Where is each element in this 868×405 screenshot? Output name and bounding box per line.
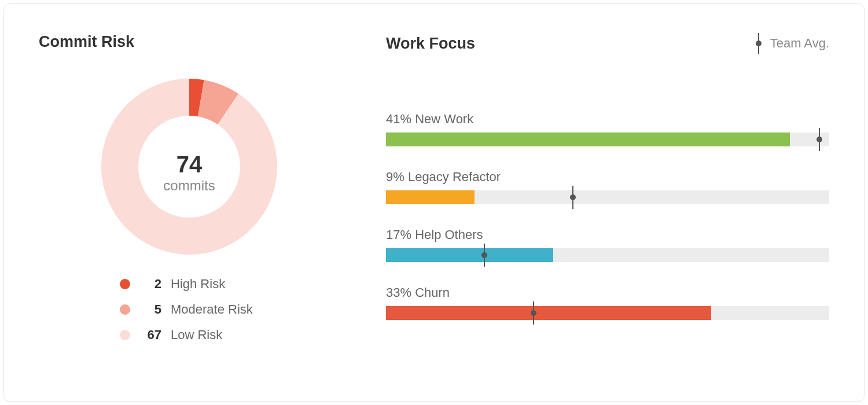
legend-count: 5 — [142, 302, 161, 317]
commit-risk-panel: Commit Risk 74 commits 2High Risk5Modera… — [39, 33, 340, 378]
bar-fill — [386, 248, 553, 262]
legend-count: 2 — [142, 277, 161, 292]
bar-track — [386, 190, 829, 204]
commit-risk-legend: 2High Risk5Moderate Risk67Low Risk — [120, 277, 340, 343]
legend-count: 67 — [142, 327, 161, 343]
work-focus-panel: Work Focus Team Avg. 41% New Work9% Lega… — [386, 33, 829, 378]
legend-dot-icon — [120, 279, 130, 289]
bar-label: 9% Legacy Refactor — [386, 170, 829, 185]
bar-group-help-others: 17% Help Others — [386, 227, 829, 262]
work-focus-title: Work Focus — [386, 35, 475, 53]
team-avg-marker-icon — [530, 301, 537, 325]
team-avg-legend: Team Avg. — [755, 33, 829, 54]
team-avg-marker-icon — [481, 244, 488, 267]
legend-label: High Risk — [171, 277, 225, 292]
bar-track — [386, 306, 829, 320]
bar-fill — [386, 132, 790, 146]
dashboard-card: Commit Risk 74 commits 2High Risk5Modera… — [3, 3, 865, 402]
bar-group-churn: 33% Churn — [386, 285, 829, 320]
bar-track — [386, 132, 829, 146]
work-focus-bars: 41% New Work9% Legacy Refactor17% Help O… — [386, 112, 829, 320]
team-avg-marker-icon — [569, 186, 576, 209]
legend-dot-icon — [120, 304, 130, 315]
legend-label: Moderate Risk — [171, 302, 253, 317]
commit-total-count: 74 — [163, 152, 215, 178]
bar-group-legacy-refactor: 9% Legacy Refactor — [386, 170, 829, 204]
bar-track — [386, 248, 829, 262]
commit-total-unit: commits — [163, 178, 215, 194]
donut-center-label: 74 commits — [163, 152, 215, 194]
legend-dot-icon — [120, 330, 130, 340]
team-avg-label: Team Avg. — [770, 36, 829, 51]
legend-label: Low Risk — [171, 327, 222, 343]
team-avg-marker-icon — [816, 128, 823, 151]
bar-fill — [386, 306, 711, 320]
legend-row-low: 67Low Risk — [120, 327, 340, 343]
commit-risk-donut: 74 commits — [39, 74, 340, 271]
commit-risk-title: Commit Risk — [39, 33, 340, 51]
bar-label: 41% New Work — [386, 112, 829, 127]
legend-row-moderate: 5Moderate Risk — [120, 302, 340, 317]
bar-label: 17% Help Others — [386, 227, 829, 242]
bar-label: 33% Churn — [386, 285, 829, 300]
bar-group-new-work: 41% New Work — [386, 112, 829, 146]
legend-row-high: 2High Risk — [120, 277, 340, 292]
bar-fill — [386, 190, 475, 204]
team-avg-marker-icon — [755, 33, 762, 54]
